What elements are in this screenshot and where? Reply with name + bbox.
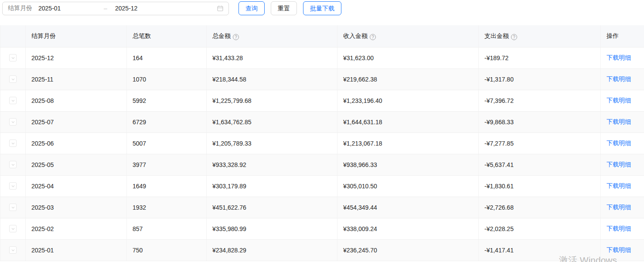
cell-total-count: 750 [127, 239, 207, 261]
cell-settlement-month: 2025-02 [26, 218, 127, 239]
cell-total-count: 1932 [127, 197, 207, 218]
cell-expense-amount: -¥2,028.25 [479, 218, 601, 239]
cell-total-count: 6729 [127, 111, 207, 133]
settlement-month-label: 结算月份 [8, 4, 32, 12]
cell-total-count: 857 [127, 218, 207, 239]
cell-total-count: 3977 [127, 154, 207, 175]
table-row: 2025-076729¥1,634,762.85¥1,644,631.18-¥9… [0, 111, 644, 133]
cell-total-amount: ¥303,179.89 [207, 175, 337, 197]
query-button[interactable]: 查询 [239, 1, 265, 15]
row-checkbox-chevron[interactable] [9, 161, 17, 168]
row-checkbox-chevron[interactable] [9, 182, 17, 190]
range-end-value[interactable]: 2025-12 [115, 5, 217, 12]
download-detail-link[interactable]: 下载明细 [607, 140, 631, 146]
table-row: 2025-111070¥218,344.58¥219,662.38-¥1,317… [0, 68, 644, 90]
cell-income-amount: ¥1,213,067.18 [337, 133, 479, 154]
filter-bar: 结算月份 2025-01 – 2025-12 查询 重置 批量下载 [2, 1, 644, 15]
cell-settlement-month: 2025-06 [26, 133, 127, 154]
info-circle-icon[interactable]: ? [370, 34, 376, 40]
header-checkbox-cell [0, 25, 26, 47]
cell-action: 下载明细 [601, 111, 644, 133]
cell-expense-amount: -¥7,277.85 [479, 133, 601, 154]
cell-total-count: 5992 [127, 90, 207, 111]
download-detail-link[interactable]: 下载明细 [607, 161, 631, 168]
batch-download-button[interactable]: 批量下载 [303, 1, 341, 15]
row-checkbox-cell [0, 175, 26, 197]
cell-expense-amount: -¥5,637.41 [479, 154, 601, 175]
table-row: 2025-12164¥31,433.28¥31,623.00-¥189.72下载… [0, 47, 644, 68]
download-detail-link[interactable]: 下载明细 [607, 246, 631, 253]
row-checkbox-cell [0, 111, 26, 133]
cell-settlement-month: 2025-03 [26, 197, 127, 218]
download-detail-link[interactable]: 下载明细 [607, 75, 631, 82]
row-checkbox-chevron[interactable] [9, 225, 17, 232]
cell-expense-amount: -¥1,830.61 [479, 175, 601, 197]
cell-settlement-month: 2025-07 [26, 111, 127, 133]
settlement-month-range-picker[interactable]: 结算月份 2025-01 – 2025-12 [2, 2, 229, 15]
cell-total-count: 1649 [127, 175, 207, 197]
table-row: 2025-02857¥335,980.99¥338,009.24-¥2,028.… [0, 218, 644, 239]
range-start-value[interactable]: 2025-01 [38, 5, 104, 12]
cell-action: 下载明细 [601, 133, 644, 154]
info-circle-icon[interactable]: ? [511, 34, 517, 40]
download-detail-link[interactable]: 下载明细 [607, 225, 631, 232]
reset-button[interactable]: 重置 [271, 1, 297, 15]
info-circle-icon[interactable]: ? [233, 34, 239, 40]
cell-action: 下载明细 [601, 47, 644, 68]
cell-action: 下载明细 [601, 90, 644, 111]
cell-expense-amount: -¥1,317.80 [479, 68, 601, 90]
cell-income-amount: ¥454,349.44 [337, 197, 479, 218]
row-checkbox-cell [0, 47, 26, 68]
row-checkbox-chevron[interactable] [9, 97, 17, 104]
download-detail-link[interactable]: 下载明细 [607, 97, 631, 104]
cell-expense-amount: -¥189.72 [479, 47, 601, 68]
row-checkbox-cell [0, 239, 26, 261]
cell-total-amount: ¥1,205,789.33 [207, 133, 337, 154]
cell-settlement-month: 2025-11 [26, 68, 127, 90]
row-checkbox-cell [0, 218, 26, 239]
table-row: 2025-031932¥451,622.76¥454,349.44-¥2,726… [0, 197, 644, 218]
row-checkbox-cell [0, 133, 26, 154]
cell-settlement-month: 2025-01 [26, 239, 127, 261]
cell-action: 下载明细 [601, 197, 644, 218]
settlement-table: 结算月份总笔数总金额?收入金额?支出金额?操作 2025-12164¥31,43… [0, 25, 644, 261]
download-detail-link[interactable]: 下载明细 [607, 182, 631, 189]
cell-action: 下载明细 [601, 218, 644, 239]
download-detail-link[interactable]: 下载明细 [607, 204, 631, 211]
column-header-总金额: 总金额? [207, 25, 337, 47]
cell-total-amount: ¥451,622.76 [207, 197, 337, 218]
column-header-总笔数: 总笔数 [127, 25, 207, 47]
row-checkbox-chevron[interactable] [9, 54, 17, 61]
cell-settlement-month: 2025-05 [26, 154, 127, 175]
cell-total-count: 5007 [127, 133, 207, 154]
cell-action: 下载明细 [601, 175, 644, 197]
cell-income-amount: ¥338,009.24 [337, 218, 479, 239]
cell-total-amount: ¥218,344.58 [207, 68, 337, 90]
cell-action: 下载明细 [601, 154, 644, 175]
cell-income-amount: ¥305,010.50 [337, 175, 479, 197]
cell-settlement-month: 2025-04 [26, 175, 127, 197]
row-checkbox-chevron[interactable] [9, 118, 17, 126]
table-header: 结算月份总笔数总金额?收入金额?支出金额?操作 [0, 25, 644, 47]
row-checkbox-chevron[interactable] [9, 246, 17, 254]
cell-total-amount: ¥234,828.29 [207, 239, 337, 261]
cell-total-amount: ¥933,328.92 [207, 154, 337, 175]
download-detail-link[interactable]: 下载明细 [607, 118, 631, 125]
cell-total-amount: ¥335,980.99 [207, 218, 337, 239]
cell-settlement-month: 2025-08 [26, 90, 127, 111]
table-row: 2025-085992¥1,225,799.68¥1,233,196.40-¥7… [0, 90, 644, 111]
column-header-收入金额: 收入金额? [337, 25, 479, 47]
cell-total-amount: ¥1,225,799.68 [207, 90, 337, 111]
row-checkbox-chevron[interactable] [9, 75, 17, 83]
row-checkbox-cell [0, 197, 26, 218]
row-checkbox-cell [0, 90, 26, 111]
cell-expense-amount: -¥9,868.33 [479, 111, 601, 133]
download-detail-link[interactable]: 下载明细 [607, 54, 631, 61]
row-checkbox-chevron[interactable] [9, 140, 17, 147]
row-checkbox-chevron[interactable] [9, 204, 17, 211]
cell-expense-amount: -¥1,417.41 [479, 239, 601, 261]
cell-income-amount: ¥1,644,631.18 [337, 111, 479, 133]
cell-income-amount: ¥1,233,196.40 [337, 90, 479, 111]
table-row: 2025-053977¥933,328.92¥938,966.33-¥5,637… [0, 154, 644, 175]
cell-total-count: 1070 [127, 68, 207, 90]
